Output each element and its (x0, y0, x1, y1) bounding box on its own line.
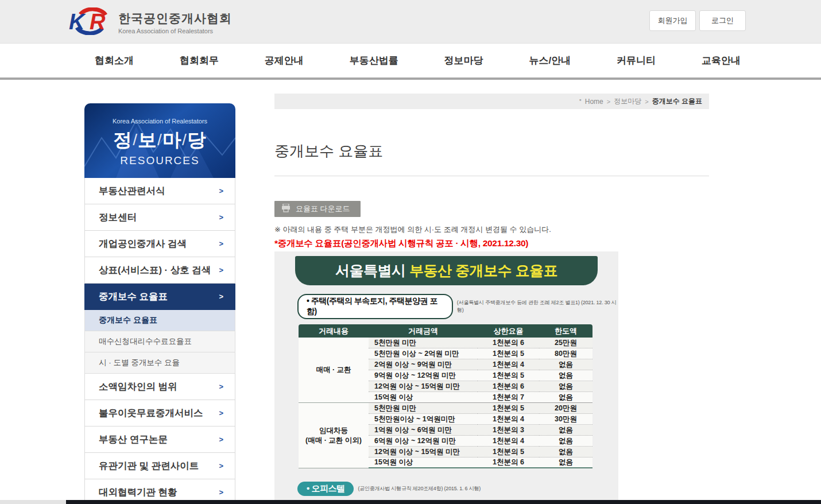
breadcrumb: ● Home > 정보마당 > 중개보수 요율표 (274, 94, 709, 109)
notice-text: ※ 아래의 내용 중 주택 부분은 개정법에 의한 시·도 조례 개정시 변경될… (274, 224, 709, 235)
chevron-right-icon: > (219, 382, 223, 391)
sidebar-item-free-brokerage[interactable]: 불우이웃무료중개서비스> (84, 400, 235, 427)
deal-type-cell: 임대차등 (매매 · 교환 이외) (299, 403, 369, 468)
poster-title-banner: 서울특별시 부동산 중개보수 요율표 (295, 256, 598, 285)
chevron-right-icon: > (219, 435, 223, 444)
nav-item-association-intro[interactable]: 협회소개 (95, 54, 134, 67)
signup-button[interactable]: 회원가입 (649, 10, 696, 31)
table-row: 임대차등 (매매 · 교환 이외) 5천만원 미만 1천분의 5 20만원 (299, 403, 592, 414)
red-revision-note: *중개보수 요율표(공인중개사법 시행규칙 공포 · 시행, 2021.12.3… (274, 238, 709, 250)
housing-section-label: • 주택(주택의 부속토지, 주택분양권 포함) (서울특별시 주택중개보수 등… (297, 294, 618, 319)
fee-table-image: 서울특별시 부동산 중개보수 요율표 • 주택(주택의 부속토지, 주택분양권 … (274, 251, 618, 504)
nav-item-resources[interactable]: 정보마당 (444, 54, 483, 67)
sidebar-item-small-tenant[interactable]: 소액임차인의 범위> (84, 374, 235, 400)
chevron-right-icon: > (219, 213, 223, 222)
site-header: K R 한국공인중개사협회 Korea Association of Reale… (0, 0, 821, 44)
officetel-law-note: (공인중개사법 시행규칙 제20조제4항) (2015. 1. 6 시행) (358, 485, 481, 493)
site-title: 한국공인중개사협회 (118, 10, 232, 26)
logo[interactable]: K R 한국공인중개사협회 Korea Association of Reale… (69, 7, 232, 37)
sidebar-item-info-center[interactable]: 정보센터> (84, 204, 235, 231)
sidebar-item-related-sites[interactable]: 유관기관 및 관련사이트> (84, 453, 235, 479)
main-content: ● Home > 정보마당 > 중개보수 요율표 중개보수 요율표 요율표 다운… (274, 94, 709, 504)
footer-edge (66, 500, 821, 504)
printer-icon (281, 204, 291, 214)
breadcrumb-separator-icon: > (645, 98, 648, 105)
housing-table-header: 거래내용 거래금액 상한요율 한도액 (299, 324, 592, 338)
officetel-section-label: • 오피스텔 (공인중개사법 시행규칙 제20조제4항) (2015. 1. 6… (297, 482, 618, 496)
sidebar-item-forms[interactable]: 부동산관련서식> (84, 178, 235, 204)
nav-item-mutual-aid[interactable]: 공제안내 (265, 54, 304, 67)
page-title: 중개보수 요율표 (274, 141, 709, 161)
kar-logo-icon: K R (69, 7, 113, 37)
sidebar-banner-small: Korea Association of Realestators (84, 118, 235, 125)
download-rate-table-button[interactable]: 요율표 다운로드 (274, 201, 361, 217)
sidebar-item-fee-table[interactable]: 중개보수 요율표> (84, 284, 235, 310)
sidebar: Korea Association of Realestators 정/보/마/… (84, 103, 235, 504)
login-button[interactable]: 로그인 (699, 10, 746, 31)
officetel-pill: • 오피스텔 (297, 482, 354, 496)
breadcrumb-home[interactable]: Home (585, 98, 603, 106)
chevron-right-icon: > (219, 462, 223, 470)
deal-type-cell: 매매 · 교환 (299, 338, 369, 403)
breadcrumb-bullet-icon: ● (579, 98, 582, 102)
sidebar-banner-subtitle: RESOURCES (84, 154, 235, 167)
chevron-right-icon: > (219, 239, 223, 248)
breadcrumb-separator-icon: > (607, 98, 610, 105)
sidebar-subitem-purchase-agency-fee[interactable]: 매수신청대리수수료요율표 (84, 331, 235, 352)
sidebar-item-trademark-search[interactable]: 상표(서비스표) · 상호 검색> (84, 257, 235, 284)
sidebar-banner-title: 정/보/마/당 (84, 127, 235, 153)
sidebar-item-research-papers[interactable]: 부동산 연구논문> (84, 427, 235, 453)
housing-law-note: (서울특별시 주택중개보수 등에 관한 조례 제2조 별표1) (2021. 1… (457, 299, 618, 314)
breadcrumb-resources[interactable]: 정보마당 (614, 96, 641, 106)
sidebar-subitem-regional-fee[interactable]: 시 · 도별 중개보수 요율 (84, 352, 235, 374)
chevron-right-icon: > (219, 266, 223, 274)
table-row: 매매 · 교환 5천만원 미만 1천분의 6 25만원 (299, 338, 592, 348)
title-divider (274, 176, 709, 176)
nav-item-association-affairs[interactable]: 협회회무 (180, 54, 219, 67)
housing-pill: • 주택(주택의 부속토지, 주택분양권 포함) (297, 294, 453, 319)
sidebar-menu: 부동산관련서식> 정보센터> 개업공인중개사 검색> 상표(서비스표) · 상호… (84, 178, 235, 504)
header-buttons: 회원가입 로그인 (649, 10, 746, 31)
sidebar-item-agent-search[interactable]: 개업공인중개사 검색> (84, 231, 235, 257)
nav-item-news[interactable]: 뉴스/안내 (529, 54, 571, 67)
sidebar-subitem-fee-table[interactable]: 중개보수 요율표 (84, 310, 235, 331)
breadcrumb-current: 중개보수 요율표 (652, 96, 702, 106)
nav-item-community[interactable]: 커뮤니티 (617, 54, 656, 67)
global-nav: 협회소개 협회회무 공제안내 부동산법률 정보마당 뉴스/안내 커뮤니티 교육안… (0, 44, 821, 80)
chevron-right-icon: > (219, 409, 223, 417)
sidebar-banner: Korea Association of Realestators 정/보/마/… (84, 103, 235, 178)
chevron-right-icon: > (219, 187, 223, 195)
chevron-right-icon: > (219, 488, 223, 497)
nav-item-realestate-law[interactable]: 부동산법률 (350, 54, 398, 67)
housing-fee-table: 거래내용 거래금액 상한요율 한도액 매매 · 교환 5천만원 미만 1천분의 … (299, 324, 592, 468)
nav-item-education[interactable]: 교육안내 (702, 54, 741, 67)
site-subtitle: Korea Association of Realestators (118, 28, 232, 34)
svg-text:R: R (90, 10, 106, 34)
chevron-right-icon: > (219, 292, 223, 301)
footer-edge-left (0, 500, 66, 504)
svg-text:K: K (69, 10, 86, 34)
